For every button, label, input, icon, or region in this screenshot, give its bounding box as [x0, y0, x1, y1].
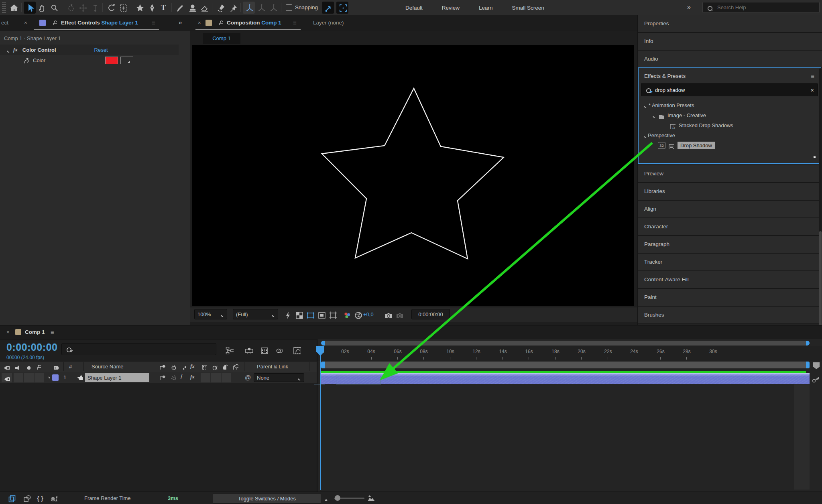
- layer-in-point-outline[interactable]: [314, 375, 325, 384]
- panel-menu-icon[interactable]: ≡: [811, 73, 814, 79]
- panel-menu-icon[interactable]: ≡: [152, 19, 155, 26]
- panel-header-audio[interactable]: Audio: [638, 51, 822, 68]
- panel-header-libraries[interactable]: Libraries: [638, 183, 821, 201]
- graph-editor-icon[interactable]: [291, 344, 303, 356]
- layer-shy-switch[interactable]: [159, 374, 165, 380]
- exposure-value[interactable]: +0,0: [363, 311, 374, 317]
- orbit-camera-tool-icon[interactable]: [64, 2, 76, 14]
- hide-shy-layers-icon[interactable]: [242, 344, 254, 356]
- eraser-tool-icon[interactable]: [198, 2, 210, 14]
- tree-item-animation-presets[interactable]: * Animation Presets: [639, 100, 820, 110]
- comp-mini-flowchart-icon[interactable]: [811, 374, 819, 383]
- zoom-out-mountain-icon[interactable]: [323, 494, 329, 501]
- viewer-timecode[interactable]: 0:00:00:00: [411, 309, 450, 319]
- motion-blur-master-icon[interactable]: [273, 344, 285, 356]
- panel-header-preview[interactable]: Preview: [638, 165, 821, 183]
- tab-composition[interactable]: Composition Comp 1: [227, 20, 281, 26]
- world-axis-mode-icon[interactable]: [255, 2, 267, 14]
- workspace-learn[interactable]: Learn: [479, 5, 493, 11]
- help-search-input[interactable]: [716, 4, 816, 11]
- lock-icon[interactable]: [51, 19, 57, 25]
- timeline-h-scrollbar[interactable]: [321, 341, 810, 345]
- toolbar-grip[interactable]: [2, 2, 6, 13]
- parent-dropdown[interactable]: None: [254, 373, 304, 382]
- tree-item-drop-shadow[interactable]: 32 Drop Shadow: [639, 140, 820, 150]
- mini-flowchart-icon[interactable]: [223, 344, 235, 356]
- work-area-bar[interactable]: [321, 362, 810, 368]
- clone-stamp-tool-icon[interactable]: [186, 2, 198, 14]
- workspace-overflow-chevrons[interactable]: »: [687, 4, 690, 11]
- panel-header-properties[interactable]: Properties: [638, 15, 822, 33]
- pickwhip-icon[interactable]: @: [245, 374, 251, 381]
- expand-in-out-icon[interactable]: [7, 494, 16, 502]
- stopwatch-icon[interactable]: [22, 57, 29, 63]
- timeline-search-box[interactable]: [61, 343, 216, 355]
- effects-presets-header[interactable]: Effects & Presets ≡: [639, 68, 820, 83]
- view-axis-mode-icon[interactable]: [267, 2, 279, 14]
- fast-previews-icon[interactable]: [281, 309, 293, 321]
- panel-header-info[interactable]: Info: [638, 33, 822, 51]
- workspace-review[interactable]: Review: [442, 5, 460, 11]
- chevron-down-icon[interactable]: [642, 133, 647, 138]
- effects-search-box[interactable]: ×: [641, 83, 818, 96]
- snap-range-icon[interactable]: [336, 2, 348, 14]
- zoom-in-mountains-icon[interactable]: [367, 494, 375, 502]
- snapping-control[interactable]: Snapping: [286, 4, 318, 11]
- effects-search-input[interactable]: [654, 87, 807, 93]
- panel-header-paint[interactable]: Paint: [638, 289, 821, 307]
- expand-transfer-controls-icon[interactable]: { }: [37, 495, 43, 502]
- channel-icon[interactable]: [340, 309, 352, 321]
- close-icon[interactable]: ×: [6, 329, 10, 335]
- panel-header-tracker[interactable]: Tracker: [638, 254, 821, 271]
- rotation-tool-icon[interactable]: [105, 2, 117, 14]
- toggle-switches-modes-button[interactable]: Toggle Switches / Modes: [213, 494, 321, 504]
- chevron-down-icon[interactable]: [642, 103, 647, 108]
- layer-switch-box[interactable]: [222, 373, 231, 382]
- timeline-zoom-slider[interactable]: [334, 498, 364, 499]
- panel-header-character[interactable]: Character: [638, 218, 821, 236]
- comp-marker-bin-icon[interactable]: [812, 361, 820, 369]
- drop-shadow-selected-label[interactable]: Drop Shadow: [678, 142, 715, 149]
- layer-expand-chevron-icon[interactable]: [45, 374, 50, 380]
- tree-item-image-creative[interactable]: Image - Creative: [639, 110, 820, 120]
- zoom-tool-icon[interactable]: [48, 2, 60, 14]
- tab-layer[interactable]: Layer (none): [313, 20, 344, 26]
- layer-audio-toggle[interactable]: [14, 373, 23, 382]
- timeline-current-timecode[interactable]: 0:00:00:00: [6, 341, 57, 353]
- dolly-camera-tool-icon[interactable]: [88, 2, 100, 14]
- shape-tool-icon[interactable]: [133, 2, 145, 14]
- hand-tool-icon[interactable]: [36, 2, 48, 14]
- source-name-column-header[interactable]: Source Name: [92, 364, 123, 370]
- color-swatch[interactable]: [105, 57, 118, 64]
- panel-menu-icon[interactable]: ≡: [51, 329, 54, 335]
- local-axis-mode-icon[interactable]: [243, 2, 255, 14]
- clear-search-icon[interactable]: ×: [810, 87, 814, 93]
- layer-solo-toggle[interactable]: [24, 373, 34, 382]
- type-tool-icon[interactable]: T: [157, 2, 169, 14]
- project-tab-partial[interactable]: ect: [1, 20, 8, 26]
- frame-blending-master-icon[interactable]: [258, 344, 270, 356]
- selection-tool-icon[interactable]: [24, 2, 36, 14]
- lock-icon[interactable]: [217, 19, 223, 25]
- grid-guides-icon[interactable]: [326, 309, 338, 321]
- chevron-down-icon[interactable]: [5, 47, 10, 53]
- layer-lock-toggle[interactable]: [35, 373, 44, 382]
- mask-visibility-icon[interactable]: [304, 309, 316, 321]
- pan-camera-tool-icon[interactable]: [76, 2, 88, 14]
- resolution-dropdown[interactable]: (Full): [233, 309, 278, 319]
- tree-item-stacked-drop-shadows[interactable]: Stacked Drop Shadows: [639, 120, 820, 130]
- home-icon[interactable]: [7, 2, 19, 14]
- panel-header-align[interactable]: Align: [638, 201, 821, 218]
- time-ruler[interactable]: 0s 02s 04s 06s 08s 10s 12s 14s 16s 18s 2…: [317, 346, 822, 361]
- layer-collapse-switch[interactable]: [169, 374, 176, 380]
- brush-tool-icon[interactable]: [174, 2, 186, 14]
- layer-name-selected[interactable]: Shape Layer 1: [85, 373, 149, 382]
- close-icon[interactable]: ×: [198, 20, 201, 26]
- layer-visibility-eye-icon[interactable]: [2, 373, 12, 382]
- close-icon[interactable]: ×: [24, 20, 27, 26]
- reset-button[interactable]: Reset: [94, 47, 108, 53]
- work-area-start-handle[interactable]: [321, 362, 325, 368]
- layer-fx-switch[interactable]: fx: [190, 374, 195, 380]
- composition-view[interactable]: [192, 45, 634, 306]
- sidebar-scrollbar[interactable]: [819, 68, 822, 339]
